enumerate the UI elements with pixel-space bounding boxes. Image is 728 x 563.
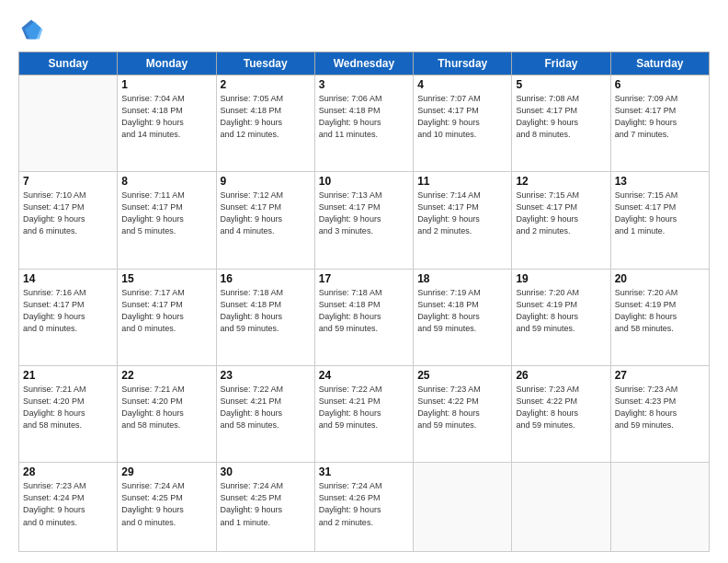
calendar-cell: 31Sunrise: 7:24 AM Sunset: 4:26 PM Dayli…	[314, 463, 413, 552]
calendar-cell: 21Sunrise: 7:21 AM Sunset: 4:20 PM Dayli…	[19, 366, 118, 463]
cell-info: Sunrise: 7:24 AM Sunset: 4:25 PM Dayligh…	[221, 480, 311, 528]
calendar-cell: 25Sunrise: 7:23 AM Sunset: 4:22 PM Dayli…	[414, 366, 512, 463]
cell-info: Sunrise: 7:07 AM Sunset: 4:17 PM Dayligh…	[417, 93, 507, 141]
day-number: 21	[23, 369, 113, 382]
calendar-week-row: 28Sunrise: 7:23 AM Sunset: 4:24 PM Dayli…	[19, 463, 710, 552]
cell-info: Sunrise: 7:10 AM Sunset: 4:17 PM Dayligh…	[23, 190, 113, 237]
cell-info: Sunrise: 7:16 AM Sunset: 4:17 PM Dayligh…	[23, 287, 113, 335]
cell-info: Sunrise: 7:19 AM Sunset: 4:18 PM Dayligh…	[417, 287, 507, 335]
day-number: 17	[319, 272, 409, 285]
cell-info: Sunrise: 7:17 AM Sunset: 4:17 PM Dayligh…	[121, 287, 211, 335]
day-number: 29	[121, 465, 211, 478]
cell-info: Sunrise: 7:20 AM Sunset: 4:19 PM Dayligh…	[516, 287, 606, 335]
cell-info: Sunrise: 7:23 AM Sunset: 4:22 PM Dayligh…	[516, 384, 606, 431]
logo-icon	[18, 17, 44, 42]
day-header-friday: Friday	[512, 52, 610, 75]
calendar-cell: 13Sunrise: 7:15 AM Sunset: 4:17 PM Dayli…	[610, 172, 709, 269]
calendar-cell: 23Sunrise: 7:22 AM Sunset: 4:21 PM Dayli…	[216, 366, 314, 463]
day-number: 24	[319, 369, 409, 382]
calendar-cell: 7Sunrise: 7:10 AM Sunset: 4:17 PM Daylig…	[19, 172, 118, 269]
day-header-thursday: Thursday	[414, 52, 512, 75]
calendar-cell	[414, 463, 512, 552]
cell-info: Sunrise: 7:23 AM Sunset: 4:23 PM Dayligh…	[615, 384, 705, 431]
day-number: 1	[121, 78, 211, 91]
calendar-cell: 10Sunrise: 7:13 AM Sunset: 4:17 PM Dayli…	[314, 172, 413, 269]
day-number: 30	[221, 465, 311, 478]
day-number: 25	[417, 369, 507, 382]
day-number: 6	[615, 78, 705, 91]
day-number: 26	[516, 369, 606, 382]
calendar-cell: 15Sunrise: 7:17 AM Sunset: 4:17 PM Dayli…	[118, 269, 216, 365]
calendar-table: SundayMondayTuesdayWednesdayThursdayFrid…	[18, 52, 710, 552]
cell-info: Sunrise: 7:08 AM Sunset: 4:17 PM Dayligh…	[516, 93, 606, 141]
calendar-cell: 1Sunrise: 7:04 AM Sunset: 4:18 PM Daylig…	[118, 75, 216, 172]
cell-info: Sunrise: 7:18 AM Sunset: 4:18 PM Dayligh…	[319, 287, 409, 335]
calendar-cell	[19, 75, 118, 172]
calendar-week-row: 14Sunrise: 7:16 AM Sunset: 4:17 PM Dayli…	[19, 269, 710, 365]
day-number: 2	[221, 78, 311, 91]
page: SundayMondayTuesdayWednesdayThursdayFrid…	[0, 0, 728, 563]
day-number: 15	[121, 272, 211, 285]
day-number: 13	[615, 175, 705, 188]
calendar-cell: 19Sunrise: 7:20 AM Sunset: 4:19 PM Dayli…	[512, 269, 610, 365]
logo	[18, 17, 48, 42]
cell-info: Sunrise: 7:09 AM Sunset: 4:17 PM Dayligh…	[615, 93, 705, 141]
cell-info: Sunrise: 7:20 AM Sunset: 4:19 PM Dayligh…	[615, 287, 705, 335]
cell-info: Sunrise: 7:23 AM Sunset: 4:24 PM Dayligh…	[23, 480, 113, 528]
calendar-cell: 17Sunrise: 7:18 AM Sunset: 4:18 PM Dayli…	[314, 269, 413, 365]
calendar-cell: 26Sunrise: 7:23 AM Sunset: 4:22 PM Dayli…	[512, 366, 610, 463]
day-number: 8	[121, 175, 211, 188]
cell-info: Sunrise: 7:24 AM Sunset: 4:25 PM Dayligh…	[121, 480, 211, 528]
day-number: 10	[319, 175, 409, 188]
calendar-cell: 3Sunrise: 7:06 AM Sunset: 4:18 PM Daylig…	[314, 75, 413, 172]
day-number: 22	[121, 369, 211, 382]
calendar-cell: 28Sunrise: 7:23 AM Sunset: 4:24 PM Dayli…	[19, 463, 118, 552]
calendar-cell: 4Sunrise: 7:07 AM Sunset: 4:17 PM Daylig…	[414, 75, 512, 172]
calendar-cell: 20Sunrise: 7:20 AM Sunset: 4:19 PM Dayli…	[610, 269, 709, 365]
day-header-sunday: Sunday	[19, 52, 118, 75]
cell-info: Sunrise: 7:22 AM Sunset: 4:21 PM Dayligh…	[221, 384, 311, 431]
calendar-cell	[512, 463, 610, 552]
calendar-cell	[610, 463, 709, 552]
day-number: 27	[615, 369, 705, 382]
day-number: 12	[516, 175, 606, 188]
day-number: 4	[417, 78, 507, 91]
cell-info: Sunrise: 7:12 AM Sunset: 4:17 PM Dayligh…	[221, 190, 311, 237]
calendar-cell: 12Sunrise: 7:15 AM Sunset: 4:17 PM Dayli…	[512, 172, 610, 269]
cell-info: Sunrise: 7:24 AM Sunset: 4:26 PM Dayligh…	[319, 480, 409, 528]
cell-info: Sunrise: 7:15 AM Sunset: 4:17 PM Dayligh…	[615, 190, 705, 237]
cell-info: Sunrise: 7:04 AM Sunset: 4:18 PM Dayligh…	[121, 93, 211, 141]
calendar-header-row: SundayMondayTuesdayWednesdayThursdayFrid…	[19, 52, 710, 75]
calendar-cell: 24Sunrise: 7:22 AM Sunset: 4:21 PM Dayli…	[314, 366, 413, 463]
cell-info: Sunrise: 7:06 AM Sunset: 4:18 PM Dayligh…	[319, 93, 409, 141]
day-header-monday: Monday	[118, 52, 216, 75]
calendar-cell: 27Sunrise: 7:23 AM Sunset: 4:23 PM Dayli…	[610, 366, 709, 463]
day-number: 16	[221, 272, 311, 285]
cell-info: Sunrise: 7:05 AM Sunset: 4:18 PM Dayligh…	[221, 93, 311, 141]
cell-info: Sunrise: 7:14 AM Sunset: 4:17 PM Dayligh…	[417, 190, 507, 237]
cell-info: Sunrise: 7:11 AM Sunset: 4:17 PM Dayligh…	[121, 190, 211, 237]
day-header-saturday: Saturday	[610, 52, 709, 75]
day-number: 5	[516, 78, 606, 91]
day-header-tuesday: Tuesday	[216, 52, 314, 75]
calendar-cell: 5Sunrise: 7:08 AM Sunset: 4:17 PM Daylig…	[512, 75, 610, 172]
cell-info: Sunrise: 7:21 AM Sunset: 4:20 PM Dayligh…	[23, 384, 113, 431]
day-number: 3	[319, 78, 409, 91]
day-number: 18	[417, 272, 507, 285]
calendar-cell: 11Sunrise: 7:14 AM Sunset: 4:17 PM Dayli…	[414, 172, 512, 269]
day-number: 19	[516, 272, 606, 285]
calendar-week-row: 21Sunrise: 7:21 AM Sunset: 4:20 PM Dayli…	[19, 366, 710, 463]
day-number: 14	[23, 272, 113, 285]
cell-info: Sunrise: 7:22 AM Sunset: 4:21 PM Dayligh…	[319, 384, 409, 431]
calendar-cell: 16Sunrise: 7:18 AM Sunset: 4:18 PM Dayli…	[216, 269, 314, 365]
day-number: 11	[417, 175, 507, 188]
cell-info: Sunrise: 7:13 AM Sunset: 4:17 PM Dayligh…	[319, 190, 409, 237]
calendar-cell: 30Sunrise: 7:24 AM Sunset: 4:25 PM Dayli…	[216, 463, 314, 552]
calendar-cell: 8Sunrise: 7:11 AM Sunset: 4:17 PM Daylig…	[118, 172, 216, 269]
calendar-cell: 14Sunrise: 7:16 AM Sunset: 4:17 PM Dayli…	[19, 269, 118, 365]
calendar-cell: 2Sunrise: 7:05 AM Sunset: 4:18 PM Daylig…	[216, 75, 314, 172]
cell-info: Sunrise: 7:23 AM Sunset: 4:22 PM Dayligh…	[417, 384, 507, 431]
calendar-cell: 29Sunrise: 7:24 AM Sunset: 4:25 PM Dayli…	[118, 463, 216, 552]
calendar-cell: 22Sunrise: 7:21 AM Sunset: 4:20 PM Dayli…	[118, 366, 216, 463]
calendar-week-row: 1Sunrise: 7:04 AM Sunset: 4:18 PM Daylig…	[19, 75, 710, 172]
